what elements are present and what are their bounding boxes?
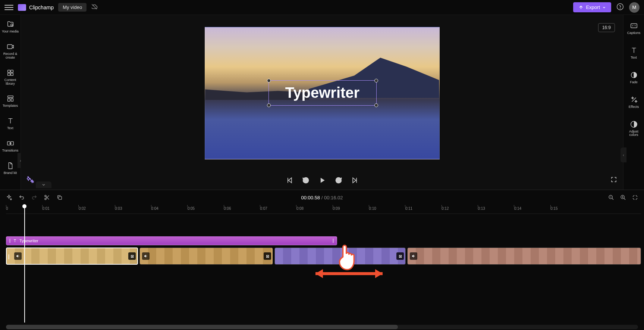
project-name-chip[interactable]: My video bbox=[58, 3, 87, 12]
sidebar-label: Brand kit bbox=[4, 171, 17, 175]
split-icon[interactable] bbox=[44, 194, 50, 200]
ruler-tick: 0:09 bbox=[333, 206, 340, 211]
sidebar-label: Adjust colors bbox=[629, 130, 638, 137]
ruler-tick: 0:14 bbox=[514, 206, 521, 211]
resize-handle-br[interactable] bbox=[374, 103, 378, 107]
fullscreen-icon[interactable] bbox=[610, 176, 617, 184]
sidebar-item-record-create[interactable]: Record & create bbox=[0, 41, 21, 61]
zoom-out-icon[interactable] bbox=[608, 194, 614, 200]
sidebar-label: Record & create bbox=[3, 52, 18, 60]
play-icon[interactable] bbox=[318, 177, 326, 184]
sidebar-item-adjust-colors[interactable]: Adjust colors bbox=[623, 119, 644, 139]
chevron-down-icon bbox=[602, 6, 606, 9]
export-button[interactable]: Export bbox=[573, 2, 611, 12]
aspect-ratio-chip[interactable]: 16:9 bbox=[598, 23, 615, 32]
help-icon[interactable] bbox=[616, 3, 624, 12]
expand-right-panel-icon[interactable]: ‹ bbox=[621, 147, 626, 162]
svg-point-18 bbox=[45, 195, 46, 197]
zoom-in-icon[interactable] bbox=[620, 194, 626, 200]
sidebar-label: Transitions bbox=[2, 149, 19, 153]
auto-enhance-icon[interactable] bbox=[6, 194, 12, 200]
clip-grip-right[interactable] bbox=[333, 239, 334, 243]
clip-audio-icon[interactable] bbox=[410, 252, 417, 260]
video-clip-3[interactable]: ⊠ bbox=[274, 248, 406, 265]
transition-icon[interactable]: ⊠ bbox=[396, 252, 404, 260]
ruler-tick: 0:08 bbox=[296, 206, 304, 211]
forward-5-icon[interactable] bbox=[335, 177, 342, 184]
svg-rect-20 bbox=[59, 196, 62, 199]
sidebar-label: Captions bbox=[627, 31, 641, 35]
sidebar-label: Effects bbox=[629, 105, 639, 109]
timeline-ruler[interactable]: 00:010:020:030:040:050:060:070:080:090:1… bbox=[6, 205, 641, 214]
svg-rect-5 bbox=[7, 70, 10, 72]
svg-rect-11 bbox=[11, 99, 13, 101]
sidebar-label: Templates bbox=[3, 104, 18, 108]
fit-timeline-icon[interactable] bbox=[632, 194, 638, 200]
text-overlay-box[interactable]: Typewriter bbox=[268, 80, 377, 106]
clip-audio-icon[interactable] bbox=[142, 252, 150, 260]
clip-grip-left[interactable] bbox=[9, 239, 10, 243]
sidebar-item-templates[interactable]: Templates bbox=[0, 93, 21, 109]
tutorial-resize-arrow-icon bbox=[312, 266, 386, 283]
skip-back-icon[interactable] bbox=[286, 177, 293, 184]
logo-block[interactable]: Clipchamp bbox=[18, 4, 54, 11]
canvas-text-overlay: Typewriter bbox=[285, 84, 359, 101]
sidebar-left: Your media Record & create Content libra… bbox=[0, 15, 21, 190]
ruler-tick: 0:13 bbox=[478, 206, 485, 211]
ruler-tick: 0 bbox=[6, 206, 8, 211]
svg-rect-7 bbox=[7, 73, 10, 75]
current-time: 00:00.58 bbox=[301, 195, 320, 200]
ruler-tick: 0:12 bbox=[442, 206, 449, 211]
svg-rect-9 bbox=[7, 96, 13, 98]
text-track-clip[interactable]: Typewriter bbox=[6, 236, 337, 245]
magic-tool-icon[interactable] bbox=[27, 176, 34, 185]
sidebar-item-captions[interactable]: Captions bbox=[623, 20, 644, 37]
video-clip-4[interactable] bbox=[407, 248, 641, 265]
svg-rect-15 bbox=[631, 24, 637, 28]
timeline-timecode: 00:00.58 / 00:16.02 bbox=[301, 195, 343, 200]
undo-icon[interactable] bbox=[19, 194, 25, 200]
duplicate-icon[interactable] bbox=[57, 194, 63, 200]
sidebar-item-text[interactable]: Text bbox=[623, 45, 644, 61]
sidebar-item-transitions[interactable]: Transitions bbox=[0, 138, 21, 154]
ruler-tick: 0:10 bbox=[369, 206, 376, 211]
timeline-scrollbar[interactable] bbox=[6, 325, 638, 329]
sidebar-label: Content library bbox=[4, 78, 16, 86]
resize-handle-bl[interactable] bbox=[267, 103, 271, 107]
playhead[interactable] bbox=[24, 205, 25, 323]
cloud-sync-off-icon[interactable] bbox=[91, 3, 98, 12]
ruler-tick: 0:05 bbox=[188, 206, 195, 211]
svg-rect-4 bbox=[7, 44, 12, 49]
sidebar-item-content-library[interactable]: Content library bbox=[0, 67, 21, 87]
sidebar-label: Your media bbox=[2, 30, 19, 34]
ruler-tick: 0:01 bbox=[42, 206, 49, 211]
svg-point-1 bbox=[617, 3, 623, 10]
svg-rect-8 bbox=[10, 73, 13, 75]
top-bar: Clipchamp My video Export M bbox=[0, 0, 644, 15]
sidebar-item-your-media[interactable]: Your media bbox=[0, 19, 21, 35]
text-icon bbox=[13, 239, 17, 243]
clip-audio-icon[interactable] bbox=[14, 252, 22, 260]
export-label: Export bbox=[586, 4, 600, 10]
timeline-tracks[interactable]: Typewriter ⊠ ⊠ ⊠ bbox=[6, 214, 641, 323]
redo-icon[interactable] bbox=[31, 194, 37, 200]
video-clip-2[interactable]: ⊠ bbox=[139, 248, 273, 265]
video-clip-1[interactable]: ⊠ bbox=[6, 248, 138, 265]
resize-handle-tr[interactable] bbox=[374, 79, 378, 82]
clip-grip-left[interactable] bbox=[8, 254, 9, 259]
collapse-panel-icon[interactable] bbox=[36, 181, 51, 188]
ruler-tick: 0:11 bbox=[405, 206, 412, 211]
sidebar-item-text[interactable]: Text bbox=[0, 115, 21, 132]
transition-icon[interactable]: ⊠ bbox=[264, 252, 271, 260]
sidebar-label: Text bbox=[7, 127, 13, 130]
video-canvas[interactable]: Typewriter bbox=[205, 27, 440, 159]
sidebar-item-effects[interactable]: Effects bbox=[623, 94, 644, 110]
rewind-5-icon[interactable] bbox=[302, 177, 310, 184]
scrollbar-thumb[interactable] bbox=[6, 325, 398, 329]
menu-icon[interactable] bbox=[4, 3, 13, 12]
resize-handle-tl[interactable] bbox=[267, 79, 271, 82]
avatar[interactable]: M bbox=[629, 2, 640, 13]
sidebar-item-fade[interactable]: Fade bbox=[623, 69, 644, 86]
transition-icon[interactable]: ⊠ bbox=[128, 252, 136, 260]
skip-forward-icon[interactable] bbox=[351, 177, 359, 184]
